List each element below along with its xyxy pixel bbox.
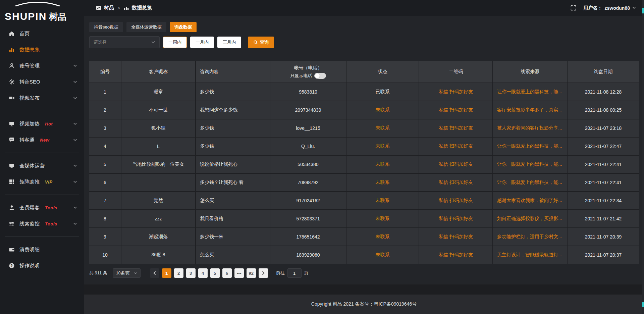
sidebar-item-video-heat[interactable]: 视频加热 Hot (0, 116, 84, 132)
page-button-4[interactable]: 4 (198, 268, 208, 278)
sidebar-item-home[interactable]: 首页 (0, 25, 84, 42)
cell-account: 2097344839 (270, 101, 346, 119)
sidebar-item-douketong[interactable]: 抖客通 New (0, 132, 84, 148)
sidebar-item-help[interactable]: ? 操作说明 (0, 258, 84, 274)
logo-arc (14, 2, 61, 6)
username: zswodun88 (605, 5, 630, 11)
breadcrumb: 树品 > 数据总览 (96, 5, 152, 11)
sidebar-item-media-operation[interactable]: 全媒体运营 (0, 158, 84, 174)
qr-add-friend-link[interactable]: 私信 扫码加好友 (419, 138, 492, 155)
page-button-5[interactable]: 5 (210, 268, 220, 278)
sidebar-item-data-overview[interactable]: 数据总览 (0, 42, 84, 58)
cell-nickname: 狐小狸 (121, 119, 195, 137)
qr-add-friend-link[interactable]: 私信 扫码加好友 (419, 119, 492, 137)
qr-add-friend-link[interactable]: 私信 扫码加好友 (419, 246, 492, 264)
column-header-account: 帐号（电话） 只显示电话 (270, 61, 346, 83)
sidebar-item-badge: New (40, 138, 49, 143)
cell-number: 3 (89, 119, 121, 137)
sidebar-item-expense-detail[interactable]: 消费明细 (0, 242, 84, 258)
user-label: 用户名： (584, 5, 602, 11)
page-size-select[interactable]: 10条/页 (113, 268, 141, 278)
tab-inquiry-data[interactable]: 询盘数据 (170, 22, 197, 32)
cell-content: 我想问这个多少钱 (196, 101, 270, 119)
qr-add-friend-link[interactable]: 私信 扫码加好友 (419, 228, 492, 246)
fullscreen-icon[interactable] (571, 5, 576, 11)
cell-account: 50534380 (270, 156, 346, 173)
cell-date: 2021-11-07 22:47 (568, 138, 639, 155)
cell-content: 我只看价格 (196, 210, 270, 227)
filter-select[interactable]: 请选择 (89, 36, 160, 48)
goto-page-input[interactable]: 1 (287, 268, 302, 278)
sidebar-item-label: 抖音SEO (19, 79, 40, 85)
chevron-down-icon (73, 122, 77, 125)
sidebar-item-badge: Tools (45, 205, 57, 210)
lead-source-link[interactable]: 被大家追着问的客厅投影分享... (493, 119, 567, 137)
sidebar-item-leads-monitor[interactable]: 线索监控 Tools (0, 216, 84, 232)
page-button-92[interactable]: 92 (247, 268, 256, 278)
tab-media-operation-data[interactable]: 全媒体运营数据 (126, 22, 166, 32)
cell-date: 2021-11-07 20:37 (568, 246, 639, 264)
sidebar-item-label: 矩阵助推 (19, 179, 40, 185)
search-button[interactable]: 查询 (248, 37, 274, 48)
lead-source-link[interactable]: 感谢大家喜欢我家，被问了好... (493, 192, 567, 209)
qr-add-friend-link[interactable]: 私信 扫码加好友 (419, 83, 492, 101)
page-buttons: 123456•••92 (162, 268, 256, 278)
sidebar-item-label: 会员爆客 (19, 205, 40, 211)
lead-source-link[interactable]: 让你一眼就爱上的黑科技，能... (493, 138, 567, 155)
lead-source-link[interactable]: 如何正确选择投影仪，买投影... (493, 210, 567, 227)
page-button-3[interactable]: 3 (186, 268, 196, 278)
status-badge: 未联系 (346, 119, 419, 137)
page-ellipsis-button[interactable]: ••• (234, 268, 244, 278)
status-badge: 未联系 (346, 156, 419, 173)
sidebar-item-video-publish[interactable]: 视频发布 (0, 90, 84, 106)
breadcrumb-root[interactable]: 树品 (104, 5, 114, 11)
period-month-button[interactable]: 一月内 (190, 37, 214, 48)
cell-nickname: L (121, 138, 195, 155)
sidebar-item-label: 抖客通 (19, 137, 35, 143)
lead-source-link[interactable]: 让你一眼就爱上的黑科技，能... (493, 174, 567, 191)
lead-source-link[interactable]: 让你一眼就爱上的黑科技，能... (493, 156, 567, 173)
grid-icon (9, 179, 15, 185)
cell-number: 9 (89, 228, 121, 246)
lead-source-link[interactable]: 让你一眼就爱上的黑科技，能... (493, 83, 567, 101)
brand-logo: SHUPIN 树品 (0, 0, 84, 21)
lead-source-link[interactable]: 客厅安装投影半年多了，真实... (493, 101, 567, 119)
chevron-down-icon (73, 97, 77, 99)
sidebar-item-member-baoke[interactable]: 会员爆客 Tools (0, 200, 84, 216)
qr-add-friend-link[interactable]: 私信 扫码加好友 (419, 101, 492, 119)
period-quarter-button[interactable]: 三月内 (217, 37, 241, 48)
column-header-number: 编号 (89, 61, 121, 83)
cell-number: 10 (89, 246, 121, 264)
page-button-2[interactable]: 2 (174, 268, 183, 278)
sidebar-item-douyin-seo[interactable]: 抖音SEO (0, 74, 84, 90)
goto-label: 前往 (276, 270, 285, 276)
qr-add-friend-link[interactable]: 私信 扫码加好友 (419, 210, 492, 227)
user-menu[interactable]: 用户名：zswodun88 (584, 5, 636, 11)
gear-icon (9, 79, 15, 85)
wallet-icon (9, 247, 15, 253)
qr-add-friend-link[interactable]: 私信 扫码加好友 (419, 174, 492, 191)
scrollbar[interactable] (642, 0, 644, 314)
next-page-button[interactable] (259, 268, 268, 278)
sidebar-item-matrix-boost[interactable]: 矩阵助推 VIP (0, 174, 84, 190)
sidebar: SHUPIN 树品 首页 数据总览 账号管理 抖音SEO 视频发布 (0, 0, 84, 314)
cell-number: 4 (89, 138, 121, 155)
toggle-knob (315, 73, 320, 78)
qr-add-friend-link[interactable]: 私信 扫码加好友 (419, 156, 492, 173)
page-button-6[interactable]: 6 (222, 268, 232, 278)
cell-nickname: 36度 8 (121, 246, 195, 264)
lead-source-link[interactable]: 无主灯设计，智能磁吸轨道灯... (493, 246, 567, 264)
column-header-date: 询盘日期 (568, 61, 639, 83)
qr-add-friend-link[interactable]: 私信 扫码加好友 (419, 192, 492, 209)
sidebar-item-account-management[interactable]: 账号管理 (0, 58, 84, 74)
lead-source-link[interactable]: 多功能护栏灯，适用于乡村文... (493, 228, 567, 246)
data-tabs: 抖音seo数据 全媒体运营数据 询盘数据 (89, 22, 639, 32)
page-button-1[interactable]: 1 (162, 268, 171, 278)
bar-chart-icon (9, 47, 15, 53)
tab-douyin-seo-data[interactable]: 抖音seo数据 (89, 22, 123, 32)
prev-page-button[interactable] (150, 268, 159, 278)
phone-only-toggle[interactable] (314, 73, 326, 79)
chevron-down-icon (73, 180, 77, 183)
period-week-button[interactable]: 一周内 (163, 37, 187, 48)
sidebar-item-label: 线索监控 (19, 221, 40, 227)
